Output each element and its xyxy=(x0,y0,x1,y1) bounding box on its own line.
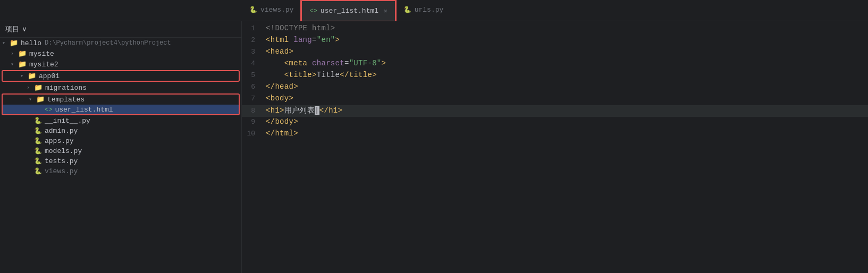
tree-item-hello[interactable]: ▾ 📁 hello D:\Pycharm\project4\pythonProj… xyxy=(0,38,241,48)
folder-icon-mysite2: 📁 xyxy=(18,60,27,69)
chevron-migrations: › xyxy=(27,85,34,91)
user-list-html-label: user_list.html xyxy=(55,106,113,114)
tab-bar: 🐍 views.py <> user_list.html ✕ 🐍 urls.py xyxy=(0,0,868,21)
spacer-apps xyxy=(27,138,34,144)
mysite-label: mysite xyxy=(29,50,54,58)
main-area: 项目 ∨ ▾ 📁 hello D:\Pycharm\project4\pytho… xyxy=(0,21,868,273)
dropdown-icon[interactable]: ∨ xyxy=(22,25,27,33)
python-icon-2: 🐍 xyxy=(403,6,411,14)
line-content-1: <!DOCTYPE html> xyxy=(266,24,868,32)
spacer-views xyxy=(27,168,34,174)
tab-views-label: views.py xyxy=(260,6,293,14)
views-py-label: views.py xyxy=(45,167,78,175)
sidebar-header: 项目 ∨ xyxy=(0,21,241,38)
migrations-label: migrations xyxy=(45,84,87,92)
code-line-10: 10 </html> xyxy=(242,129,868,140)
tree-item-models-py[interactable]: 🐍 models.py xyxy=(0,146,241,156)
py-icon-views: 🐍 xyxy=(34,167,42,175)
folder-icon-app01: 📁 xyxy=(28,72,36,80)
folder-icon-migrations: 📁 xyxy=(34,83,43,92)
tree-item-mysite[interactable]: › 📁 mysite xyxy=(0,48,241,59)
folder-icon-mysite: 📁 xyxy=(18,49,27,58)
line-num-7: 7 xyxy=(242,95,266,103)
code-line-5: 5 <title>Title</title> xyxy=(242,70,868,82)
line-content-10: </html> xyxy=(266,129,868,138)
folder-icon-hello: 📁 xyxy=(10,39,18,47)
tree-item-apps-py[interactable]: 🐍 apps.py xyxy=(0,136,241,146)
code-line-7: 7 <body> xyxy=(242,93,868,105)
code-line-4: 4 <meta charset="UTF-8"> xyxy=(242,58,868,70)
html-file-icon: <> xyxy=(45,106,52,114)
folder-icon-templates: 📁 xyxy=(36,95,45,104)
html-icon: <> xyxy=(309,7,317,15)
python-icon: 🐍 xyxy=(249,6,257,14)
project-label: 项目 xyxy=(5,24,19,34)
line-num-4: 4 xyxy=(242,59,266,67)
tree-item-admin-py[interactable]: 🐍 admin.py xyxy=(0,126,241,136)
line-num-3: 3 xyxy=(242,48,266,56)
line-content-4: <meta charset="UTF-8"> xyxy=(266,59,868,67)
hello-path: D:\Pycharm\project4\pythonProject xyxy=(45,39,171,47)
admin-py-label: admin.py xyxy=(45,127,78,135)
code-line-2: 2 <html lang="en"> xyxy=(242,35,868,47)
mysite2-label: mysite2 xyxy=(29,61,58,69)
line-num-6: 6 xyxy=(242,83,266,91)
chevron-hello: ▾ xyxy=(2,40,10,46)
spacer-models xyxy=(27,148,34,154)
hello-label: hello xyxy=(21,39,41,47)
tree-item-init-py[interactable]: 🐍 __init__.py xyxy=(0,116,241,126)
py-icon-models: 🐍 xyxy=(34,147,42,155)
tree-item-templates[interactable]: ▾ 📁 templates xyxy=(2,94,239,105)
line-content-8: <h1>用户列表|</h1> xyxy=(266,106,868,115)
tree-item-app01[interactable]: ▾ 📁 app01 xyxy=(2,71,239,81)
line-num-5: 5 xyxy=(242,71,266,79)
line-content-2: <html lang="en"> xyxy=(266,36,868,44)
tab-user-list[interactable]: <> user_list.html ✕ xyxy=(301,0,395,21)
tree-item-user-list-html[interactable]: <> user_list.html xyxy=(2,105,239,115)
tree-item-tests-py[interactable]: 🐍 tests.py xyxy=(0,156,241,166)
code-line-3: 3 <head> xyxy=(242,47,868,58)
spacer-admin xyxy=(27,128,34,134)
py-icon-apps: 🐍 xyxy=(34,137,42,145)
line-content-6: </head> xyxy=(266,82,868,91)
py-icon-init: 🐍 xyxy=(34,117,42,125)
tree-item-mysite2[interactable]: ▾ 📁 mysite2 xyxy=(0,59,241,70)
tests-py-label: tests.py xyxy=(45,157,78,165)
line-content-7: <body> xyxy=(266,94,868,103)
chevron-mysite: › xyxy=(11,51,18,57)
code-line-8: 8 <h1>用户列表|</h1> xyxy=(242,105,868,117)
close-icon[interactable]: ✕ xyxy=(384,7,387,14)
py-icon-tests: 🐍 xyxy=(34,157,42,165)
line-content-3: <head> xyxy=(266,47,868,56)
line-num-10: 10 xyxy=(242,130,266,138)
code-line-1: 1 <!DOCTYPE html> xyxy=(242,23,868,35)
tab-user-list-label: user_list.html xyxy=(321,7,378,15)
chevron-app01: ▾ xyxy=(20,73,28,79)
code-line-9: 9 </body> xyxy=(242,117,868,129)
code-line-6: 6 </head> xyxy=(242,82,868,93)
spacer-init xyxy=(27,118,34,124)
models-py-label: models.py xyxy=(45,147,82,155)
tree-item-views-py[interactable]: 🐍 views.py xyxy=(0,166,241,176)
line-num-9: 9 xyxy=(242,118,266,126)
code-area: 1 <!DOCTYPE html> 2 <html lang="en"> 3 <… xyxy=(242,21,868,142)
app01-label: app01 xyxy=(39,72,60,80)
init-py-label: __init__.py xyxy=(45,117,90,125)
line-num-8: 8 xyxy=(242,107,266,115)
templates-label: templates xyxy=(47,96,85,104)
line-content-9: </body> xyxy=(266,117,868,126)
chevron-mysite2: ▾ xyxy=(11,61,18,67)
tab-views[interactable]: 🐍 views.py xyxy=(242,0,301,21)
sidebar: 项目 ∨ ▾ 📁 hello D:\Pycharm\project4\pytho… xyxy=(0,21,242,273)
line-content-5: <title>Title</title> xyxy=(266,71,868,79)
py-icon-admin: 🐍 xyxy=(34,127,42,135)
tab-urls-label: urls.py xyxy=(415,6,444,14)
apps-py-label: apps.py xyxy=(45,137,74,145)
line-num-2: 2 xyxy=(242,36,266,44)
spacer-tests xyxy=(27,158,34,164)
chevron-templates: ▾ xyxy=(29,96,36,103)
line-num-1: 1 xyxy=(242,24,266,32)
editor[interactable]: 1 <!DOCTYPE html> 2 <html lang="en"> 3 <… xyxy=(242,21,868,273)
tree-item-migrations[interactable]: › 📁 migrations xyxy=(0,82,241,93)
tab-urls[interactable]: 🐍 urls.py xyxy=(396,0,451,21)
